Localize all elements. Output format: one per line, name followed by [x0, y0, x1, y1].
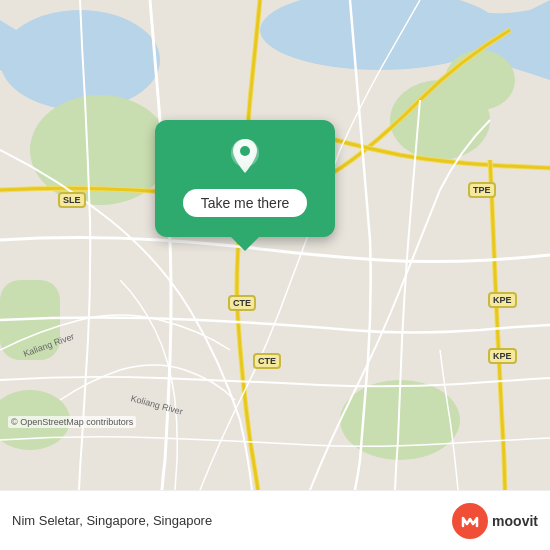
highway-badge-cte-bottom: CTE [253, 353, 281, 369]
highway-badge-sle-left: SLE [58, 192, 86, 208]
location-pin-icon [223, 135, 267, 179]
moovit-text: moovit [492, 513, 538, 529]
highway-badge-tpe: TPE [468, 182, 496, 198]
highway-badge-kpe-bottom: KPE [488, 348, 517, 364]
bottom-bar: Nim Seletar, Singapore, Singapore moovit [0, 490, 550, 550]
svg-point-5 [445, 50, 515, 110]
osm-attribution: © OpenStreetMap contributors [8, 416, 136, 428]
moovit-logo: moovit [452, 503, 538, 539]
svg-point-11 [240, 146, 250, 156]
moovit-icon [452, 503, 488, 539]
take-me-there-button[interactable]: Take me there [183, 189, 308, 217]
highway-badge-kpe-top: KPE [488, 292, 517, 308]
location-name: Nim Seletar, Singapore, Singapore [12, 513, 212, 528]
highway-badge-cte-center: CTE [228, 295, 256, 311]
map-container: SLE SLE CTE CTE TPE KPE KPE Kaliang Rive… [0, 0, 550, 490]
popup-card: Take me there [155, 120, 335, 237]
